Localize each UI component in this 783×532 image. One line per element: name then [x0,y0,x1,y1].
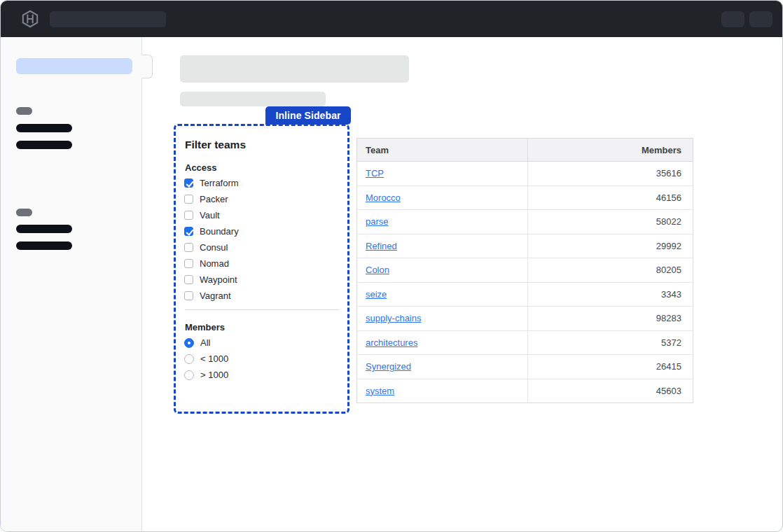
checkbox-row-waypoint[interactable]: Waypoint [184,272,239,288]
filter-panel-divider [185,309,340,310]
table-row: Refined 29992 [357,234,693,258]
members-count: 80205 [528,258,693,283]
sidebar-link-placeholder[interactable] [16,124,72,132]
team-link[interactable]: Colon [366,265,389,275]
team-link[interactable]: parse [366,216,389,227]
members-radio-group: All < 1000 > 1000 [184,335,228,383]
team-link[interactable]: seize [366,289,387,300]
filter-panel-title: Filter teams [185,139,246,151]
sidebar-link-placeholder[interactable] [16,241,72,250]
members-count: 46156 [528,186,693,210]
sidebar-active-item-placeholder[interactable] [16,58,132,74]
checkbox-row-packer[interactable]: Packer [184,191,239,207]
checkbox-label: Waypoint [200,274,237,285]
page-subtitle-placeholder [180,92,326,106]
table-row: parse 58022 [357,210,693,234]
checkbox-row-vault[interactable]: Vault [184,207,239,223]
access-checkbox-group: Terraform Packer Vault Boundary Consul N… [184,175,239,304]
members-count: 29992 [528,234,693,258]
nav-button-placeholder-1[interactable] [721,11,744,27]
checkbox-label: Vault [200,210,220,220]
team-link[interactable]: system [366,386,394,396]
column-header-members: Members [528,139,693,162]
table-row: architectures 5372 [357,330,693,355]
table-row: TCP 35616 [357,162,693,186]
checkbox-label: Terraform [200,178,239,188]
team-link[interactable]: TCP [366,168,384,178]
checkbox-label: Boundary [200,226,239,237]
table-row: seize 3343 [357,282,693,307]
access-group-label: Access [185,162,217,173]
checkbox-label: Consul [200,242,228,253]
nav-button-placeholder-2[interactable] [749,11,772,27]
team-link[interactable]: Synergized [366,361,411,372]
checkbox[interactable] [184,275,193,284]
members-count: 35616 [528,162,693,186]
sidebar-section-label-placeholder [16,107,32,115]
team-link[interactable]: supply-chains [366,313,422,323]
members-count: 45603 [528,379,693,403]
table-row: system 45603 [357,379,693,403]
sidebar-link-placeholder[interactable] [16,225,72,233]
radio-row-lt-1000[interactable]: < 1000 [184,351,228,367]
members-count: 5372 [528,330,693,355]
app-sidebar [1,37,142,531]
page-title-placeholder [180,55,409,83]
radio-row-all[interactable]: All [184,335,228,351]
members-count: 26415 [528,355,693,379]
radio-label: < 1000 [200,354,228,364]
hashicorp-logo-icon [21,10,39,28]
app-window: Inline Sidebar Filter teams Access Terra… [0,0,783,532]
checkbox[interactable] [184,211,193,220]
column-header-team: Team [357,139,528,162]
checkbox[interactable] [184,259,193,268]
checkbox[interactable] [184,227,193,236]
checkbox-row-nomad[interactable]: Nomad [184,255,239,272]
checkbox-label: Nomad [200,258,229,269]
table-row: Colon 80205 [357,258,693,283]
members-count: 3343 [528,282,693,307]
checkbox-row-consul[interactable]: Consul [184,239,239,255]
radio-button[interactable] [184,354,194,364]
radio-row-gt-1000[interactable]: > 1000 [184,367,228,383]
table-header-row: Team Members [357,139,693,162]
checkbox-row-boundary[interactable]: Boundary [184,223,239,239]
table-row: supply-chains 98283 [357,307,693,331]
team-link[interactable]: Refined [366,241,397,251]
checkbox-label: Packer [200,194,228,204]
checkbox[interactable] [184,178,193,188]
top-navbar [1,1,782,37]
team-link[interactable]: Morocco [366,192,401,203]
members-count: 98283 [528,307,693,331]
members-group-label: Members [185,322,225,332]
sidebar-collapse-handle[interactable] [141,55,153,78]
radio-label: > 1000 [200,370,228,380]
sidebar-section-label-placeholder [16,209,32,216]
radio-label: All [200,337,210,348]
checkbox-label: Vagrant [200,290,231,301]
nav-search-placeholder[interactable] [50,11,166,27]
table-row: Synergized 26415 [357,355,693,379]
table-row: Morocco 46156 [357,186,693,210]
checkbox[interactable] [184,291,193,300]
sidebar-link-placeholder[interactable] [16,141,72,149]
team-link[interactable]: architectures [366,337,417,348]
nav-actions [721,11,772,27]
inline-sidebar-annotation-badge: Inline Sidebar [265,106,351,125]
radio-button[interactable] [184,338,194,348]
checkbox-row-vagrant[interactable]: Vagrant [184,288,239,304]
checkbox[interactable] [184,195,193,204]
teams-table: Team Members TCP 35616 Morocco 46156 par… [356,138,693,403]
checkbox-row-terraform[interactable]: Terraform [184,175,239,191]
radio-button[interactable] [184,370,194,380]
members-count: 58022 [528,210,693,234]
checkbox[interactable] [184,243,193,252]
